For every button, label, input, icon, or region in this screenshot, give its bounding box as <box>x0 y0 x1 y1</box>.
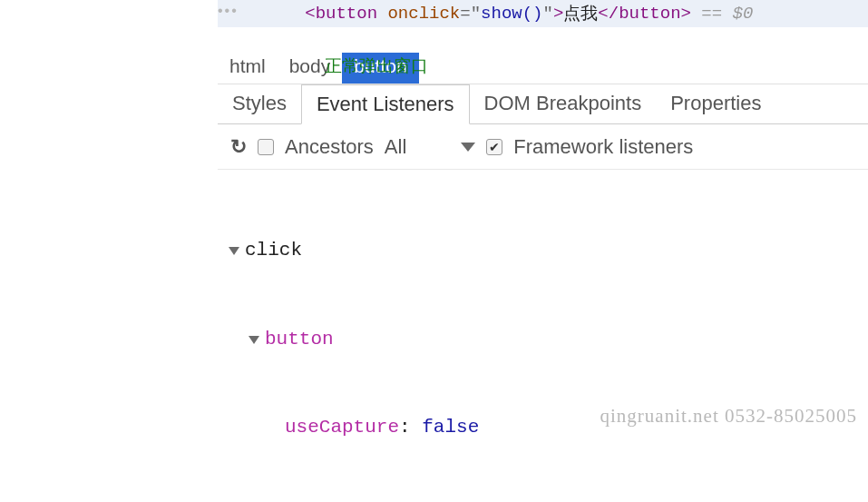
filter-select[interactable]: All <box>385 135 475 159</box>
tab-properties[interactable]: Properties <box>656 84 775 123</box>
tab-dom-breakpoints[interactable]: DOM Breakpoints <box>470 84 657 123</box>
disclosure-icon[interactable] <box>229 247 239 255</box>
code-eq0: == $0 <box>691 4 753 24</box>
left-gutter <box>0 0 218 502</box>
ancestors-checkbox[interactable] <box>258 139 274 155</box>
chevron-down-icon <box>461 143 475 152</box>
prop-key: useCapture <box>285 413 399 443</box>
watermark: qingruanit.net 0532-85025005 <box>600 405 857 428</box>
devtools-main: ••• <button onclick="show()">点我</button>… <box>218 0 868 502</box>
framework-checkbox[interactable]: ✔ <box>486 139 502 155</box>
code-attr-val: show() <box>481 4 542 24</box>
code-gt: > <box>553 4 563 24</box>
refresh-icon[interactable]: ↻ <box>230 135 247 159</box>
code-tag-close: button <box>619 4 680 24</box>
prop-val: false <box>422 413 479 443</box>
crumb-html[interactable]: html <box>218 53 278 84</box>
filter-value: All <box>385 135 406 159</box>
target-name: button <box>265 325 334 355</box>
source-line-next: 正常弹出窗口 <box>283 34 428 98</box>
code-attr-name: onclick <box>387 4 460 24</box>
ellipsis-icon: ••• <box>216 4 237 20</box>
code-close-lt: </ <box>598 4 619 24</box>
code-tag-open: button <box>316 4 377 24</box>
code-lt: < <box>305 4 315 24</box>
code-q1: " <box>471 4 481 24</box>
disclosure-icon[interactable] <box>249 336 259 344</box>
source-line-selected[interactable]: ••• <button onclick="show()">点我</button>… <box>218 0 868 27</box>
code-q2: " <box>543 4 553 24</box>
code-comment: 正常弹出窗口 <box>325 57 428 77</box>
code-text: 点我 <box>563 2 598 25</box>
tree-target[interactable]: button <box>229 325 857 355</box>
event-tree: click button useCapture: false passive: … <box>218 170 868 502</box>
framework-label: Framework listeners <box>513 135 693 159</box>
tree-event-click[interactable]: click <box>229 236 857 266</box>
code-close-gt: > <box>681 4 691 24</box>
ancestors-label: Ancestors <box>285 135 374 159</box>
event-listeners-toolbar: ↻ Ancestors All ✔ Framework listeners <box>218 124 868 170</box>
event-name: click <box>245 236 302 266</box>
code-eq: = <box>460 4 470 24</box>
